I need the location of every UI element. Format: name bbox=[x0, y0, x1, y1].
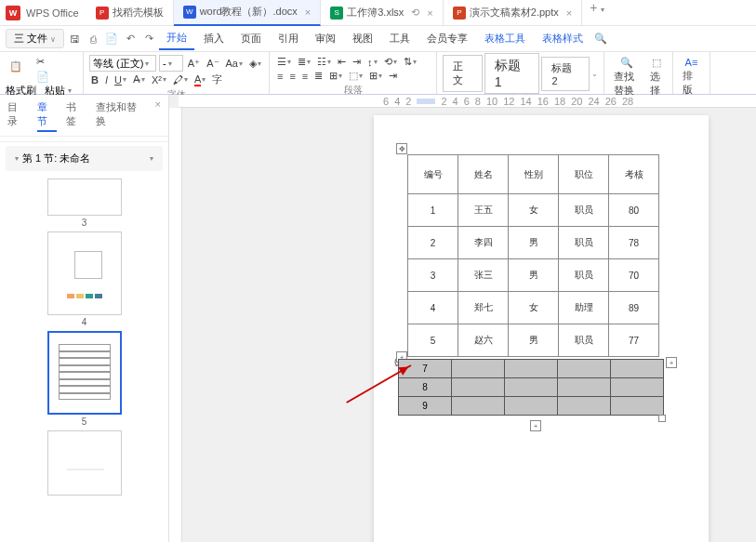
distribute-icon[interactable]: ⊞▾ bbox=[327, 69, 344, 83]
close-icon[interactable]: × bbox=[427, 7, 432, 19]
style-h2[interactable]: 标题 2 bbox=[541, 57, 590, 91]
cell[interactable]: 4 bbox=[408, 292, 458, 324]
extended-rows[interactable]: 7 8 9 bbox=[398, 359, 664, 416]
cell[interactable] bbox=[558, 397, 611, 416]
print-icon[interactable]: ⎙ bbox=[85, 31, 101, 47]
tab-icon[interactable]: ⇥ bbox=[387, 69, 399, 83]
sp-tab-bookmark[interactable]: 书签 bbox=[66, 99, 86, 132]
menu-review[interactable]: 审阅 bbox=[308, 28, 343, 49]
cell[interactable]: 8 bbox=[399, 378, 452, 397]
th-score[interactable]: 考核 bbox=[609, 155, 659, 194]
style-normal[interactable]: 正文 bbox=[443, 55, 483, 92]
close-icon[interactable]: ⟲ bbox=[411, 7, 419, 19]
redo-icon[interactable]: ↷ bbox=[140, 31, 157, 47]
cell[interactable] bbox=[505, 378, 558, 397]
undo-icon[interactable]: ↶ bbox=[122, 31, 139, 47]
cell[interactable]: 5 bbox=[408, 324, 458, 357]
cell[interactable]: 89 bbox=[609, 292, 659, 324]
cell[interactable]: 2 bbox=[408, 227, 458, 259]
cut-button[interactable]: ✂ bbox=[34, 55, 51, 69]
table-move-handle[interactable]: ✥ bbox=[396, 143, 407, 154]
outdent-icon[interactable]: ⇤ bbox=[336, 55, 348, 69]
cell[interactable] bbox=[611, 397, 664, 416]
resize-handle[interactable] bbox=[658, 415, 666, 422]
italic-icon[interactable]: I bbox=[103, 73, 110, 86]
cell[interactable]: 张三 bbox=[458, 259, 509, 292]
close-icon[interactable]: × bbox=[305, 7, 311, 18]
cell[interactable]: 王五 bbox=[458, 194, 509, 227]
cell[interactable] bbox=[558, 378, 611, 397]
cell[interactable]: 职员 bbox=[559, 227, 609, 259]
tab-xlsx[interactable]: S 工作簿3.xlsx ⟲ × bbox=[321, 0, 444, 26]
thumb-6[interactable] bbox=[37, 430, 131, 496]
menu-vip[interactable]: 会员专享 bbox=[419, 28, 475, 49]
find-replace-button[interactable]: 🔍查找替换 bbox=[610, 55, 643, 99]
add-col-handle[interactable]: + bbox=[666, 357, 677, 368]
thumb-4[interactable]: 4 bbox=[37, 231, 131, 327]
cell[interactable] bbox=[452, 360, 505, 378]
th-name[interactable]: 姓名 bbox=[458, 155, 509, 194]
cell[interactable]: 9 bbox=[399, 397, 452, 416]
close-icon[interactable]: × bbox=[155, 99, 161, 132]
tab-word-doc[interactable]: W word教程（新）.docx × bbox=[174, 0, 322, 26]
cell[interactable] bbox=[505, 397, 558, 416]
cell[interactable]: 1 bbox=[408, 194, 458, 227]
th-id[interactable]: 编号 bbox=[408, 155, 458, 194]
cell[interactable]: 职员 bbox=[559, 324, 609, 357]
cell[interactable] bbox=[452, 397, 505, 416]
cell[interactable]: 3 bbox=[408, 259, 458, 292]
section-menu-icon[interactable]: ▾ bbox=[150, 154, 153, 163]
align-center-icon[interactable]: ≡ bbox=[287, 70, 297, 83]
cell[interactable]: 80 bbox=[609, 194, 659, 227]
sp-tab-section[interactable]: 章节 bbox=[37, 99, 58, 132]
cell[interactable]: 70 bbox=[609, 259, 659, 292]
section-header[interactable]: ▾ 第 1 节: 未命名 ▾ bbox=[6, 146, 163, 171]
horizontal-ruler[interactable]: 6422468101214161820242628 bbox=[179, 95, 756, 108]
cell[interactable]: 职员 bbox=[559, 194, 609, 227]
font-color-icon[interactable]: A▾ bbox=[192, 73, 207, 87]
select-button[interactable]: ⬚选择 bbox=[646, 55, 667, 99]
bullet-list-icon[interactable]: ☰▾ bbox=[275, 55, 293, 69]
cell[interactable]: 男 bbox=[509, 259, 559, 292]
shading-icon[interactable]: ⬚▾ bbox=[347, 69, 365, 83]
underline-icon[interactable]: U▾ bbox=[113, 73, 128, 86]
add-row-handle[interactable]: + bbox=[530, 420, 541, 431]
border-icon[interactable]: ⊞▾ bbox=[367, 69, 384, 83]
cell[interactable]: 李四 bbox=[458, 227, 509, 259]
save-icon[interactable]: 🖫 bbox=[66, 31, 83, 47]
highlight-icon[interactable]: 🖍▾ bbox=[171, 73, 190, 86]
tab-template[interactable]: P 找稻壳模板 bbox=[86, 0, 174, 26]
menu-start[interactable]: 开始 bbox=[159, 27, 194, 50]
sp-tab-toc[interactable]: 目录 bbox=[7, 99, 28, 132]
font-family-select[interactable]: 等线 (正文)▾ bbox=[89, 55, 156, 72]
phonetic-icon[interactable]: 字 bbox=[210, 72, 224, 87]
arrange-button[interactable]: A≡排版 bbox=[679, 55, 704, 99]
th-gender[interactable]: 性别 bbox=[509, 155, 559, 194]
menu-page[interactable]: 页面 bbox=[233, 28, 269, 49]
close-icon[interactable]: × bbox=[566, 7, 572, 19]
shrink-font-icon[interactable]: A⁻ bbox=[205, 57, 220, 71]
cell[interactable]: 女 bbox=[509, 194, 559, 227]
indent-icon[interactable]: ⇥ bbox=[351, 55, 363, 69]
tab-pptx[interactable]: P 演示文稿素材2.pptx × bbox=[444, 0, 582, 26]
menu-table-tools[interactable]: 表格工具 bbox=[477, 28, 533, 49]
align-left-icon[interactable]: ≡ bbox=[275, 70, 285, 83]
bold-icon[interactable]: B bbox=[89, 73, 100, 86]
cell[interactable]: 男 bbox=[509, 227, 559, 259]
cell[interactable] bbox=[558, 360, 611, 378]
style-more-icon[interactable]: ⌄ bbox=[591, 70, 598, 78]
menu-table-style[interactable]: 表格样式 bbox=[535, 28, 590, 49]
vertical-ruler[interactable] bbox=[169, 108, 182, 542]
cell[interactable]: 女 bbox=[509, 292, 559, 324]
cell[interactable] bbox=[505, 360, 558, 378]
thumb-3[interactable]: 3 bbox=[37, 178, 131, 228]
line-spacing-icon[interactable]: ↕▾ bbox=[365, 56, 379, 69]
cell[interactable]: 77 bbox=[609, 324, 659, 357]
strike-icon[interactable]: A̶▾ bbox=[131, 73, 147, 86]
font-size-select[interactable]: -▾ bbox=[159, 55, 183, 72]
cell[interactable] bbox=[452, 378, 505, 397]
menu-tools[interactable]: 工具 bbox=[382, 28, 418, 49]
clear-format-icon[interactable]: ◈▾ bbox=[247, 57, 263, 71]
data-table[interactable]: 编号 姓名 性别 职位 考核 1王五女职员80 2李四男职员78 3张三男职员7… bbox=[407, 154, 659, 357]
thumb-5[interactable]: 5 bbox=[37, 331, 131, 427]
